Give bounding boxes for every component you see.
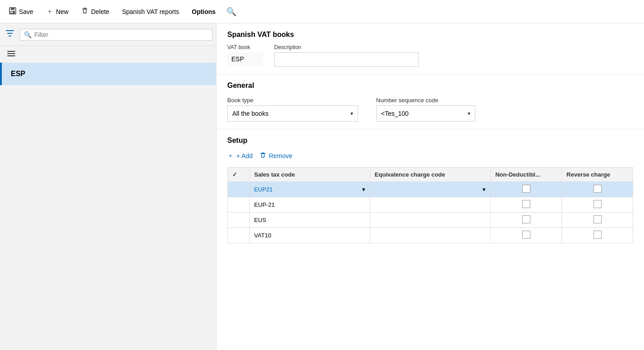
nonded-checkbox-2[interactable] — [522, 200, 530, 208]
table-row: VAT10 — [228, 228, 633, 243]
add-button[interactable]: ＋ + Add — [227, 150, 253, 162]
content-area: Spanish VAT books VAT book ESP Descripti… — [216, 23, 644, 350]
row-reverse-cell-2[interactable] — [562, 197, 633, 213]
row-reverse-cell-1[interactable] — [562, 182, 633, 197]
svg-rect-1 — [11, 8, 14, 10]
search-box-icon: 🔍 — [24, 31, 32, 38]
book-type-value: All the books — [232, 110, 268, 117]
setup-section: Setup ＋ + Add Remove — [216, 129, 644, 250]
setup-title: Setup — [227, 136, 633, 145]
header-section: Spanish VAT books VAT book ESP Descripti… — [216, 23, 644, 74]
row-tax-code-cell-3[interactable]: EUS — [249, 213, 370, 228]
vat-book-value: ESP — [227, 52, 263, 66]
num-seq-label: Number sequence code — [376, 97, 475, 104]
row-nonded-cell-1[interactable] — [491, 182, 562, 197]
row-nonded-cell-3[interactable] — [491, 213, 562, 228]
vat-book-row: VAT book ESP Description — [227, 44, 633, 67]
plus-icon: ＋ — [46, 7, 53, 16]
num-seq-field: Number sequence code <Tes_100 ▾ — [376, 97, 475, 122]
nonded-checkbox-3[interactable] — [522, 215, 530, 223]
add-label: + Add — [236, 152, 253, 159]
save-button[interactable]: Save — [4, 5, 39, 19]
main-layout: 🔍 ESP Spanish VAT books VAT book — [0, 23, 644, 350]
row-nonded-cell-2[interactable] — [491, 197, 562, 213]
equiv-chevron-1: ▾ — [483, 186, 486, 193]
remove-icon — [260, 152, 266, 160]
sidebar-list: ESP — [0, 63, 216, 350]
row-tax-code-cell-2[interactable]: EUP-21 — [249, 197, 370, 213]
sidebar-item-esp[interactable]: ESP — [0, 63, 216, 85]
general-title: General — [227, 82, 633, 90]
search-box: 🔍 — [20, 29, 212, 41]
col-tax-code: Sales tax code — [249, 168, 370, 182]
nonded-checkbox-1[interactable] — [522, 185, 530, 193]
delete-icon — [81, 7, 88, 16]
search-icon[interactable]: 🔍 — [226, 7, 236, 17]
svg-rect-3 — [11, 11, 13, 13]
sidebar-tools: 🔍 — [0, 23, 216, 46]
col-equiv: Equivalence charge code — [370, 168, 490, 182]
hamburger-button[interactable] — [4, 48, 19, 61]
row-reverse-cell-4[interactable] — [562, 228, 633, 243]
book-type-chevron: ▾ — [350, 110, 353, 117]
toolbar: Save ＋ New Delete Spanish VAT reports Op… — [0, 0, 644, 23]
row-tax-code-cell-4[interactable]: VAT10 — [249, 228, 370, 243]
vat-book-label: VAT book — [227, 44, 263, 50]
filter-input[interactable] — [34, 31, 208, 38]
row-check-cell-3 — [228, 213, 250, 228]
reverse-checkbox-3[interactable] — [593, 215, 602, 223]
remove-label: Remove — [269, 152, 292, 159]
row-nonded-cell-4[interactable] — [491, 228, 562, 243]
num-seq-value: <Tes_100 — [381, 110, 409, 117]
setup-actions: ＋ + Add Remove — [227, 150, 633, 162]
col-reverse: Reverse charge — [562, 168, 633, 182]
save-icon — [9, 7, 16, 16]
tax-code-chevron-1: ▾ — [362, 186, 365, 193]
remove-button[interactable]: Remove — [260, 150, 292, 162]
page-title: Spanish VAT books — [227, 31, 633, 39]
options-button[interactable]: Options — [186, 5, 221, 18]
col-check: ✓ — [228, 168, 250, 182]
row-equiv-cell-1[interactable]: ▾ — [370, 182, 490, 197]
reverse-checkbox-4[interactable] — [593, 231, 602, 239]
tax-code-value-1: EUP21 — [254, 186, 273, 193]
tax-code-dropdown-1[interactable]: EUP21 ▾ — [254, 186, 365, 193]
nonded-checkbox-4[interactable] — [522, 231, 530, 239]
description-label: Description — [274, 44, 419, 50]
row-tax-code-cell[interactable]: EUP21 ▾ — [249, 182, 370, 197]
table-row: EUP21 ▾ ▾ — [228, 182, 633, 197]
row-check-cell-2 — [228, 197, 250, 213]
general-fields-row: Book type All the books ▾ Number sequenc… — [227, 97, 633, 122]
num-seq-chevron: ▾ — [468, 110, 470, 117]
description-field: Description — [274, 44, 419, 67]
row-equiv-cell-4 — [370, 228, 490, 243]
new-button[interactable]: ＋ New — [41, 4, 74, 19]
sidebar-item-label: ESP — [11, 70, 25, 77]
row-equiv-cell-2 — [370, 197, 490, 213]
book-type-field: Book type All the books ▾ — [227, 97, 358, 122]
general-section: General Book type All the books ▾ Number… — [216, 74, 644, 129]
book-type-label: Book type — [227, 97, 358, 104]
spanish-vat-button[interactable]: Spanish VAT reports — [116, 5, 184, 18]
table-row: EUP-21 — [228, 197, 633, 213]
row-equiv-cell-3 — [370, 213, 490, 228]
setup-table: ✓ Sales tax code Equivalence charge code… — [227, 167, 633, 243]
delete-button[interactable]: Delete — [76, 5, 115, 19]
equiv-dropdown-1[interactable]: ▾ — [375, 186, 486, 193]
add-icon: ＋ — [227, 152, 234, 160]
sidebar: 🔍 ESP — [0, 23, 216, 350]
reverse-checkbox-2[interactable] — [593, 200, 602, 208]
book-type-dropdown[interactable]: All the books ▾ — [227, 105, 358, 122]
row-reverse-cell-3[interactable] — [562, 213, 633, 228]
vat-book-field: VAT book ESP — [227, 44, 263, 66]
row-check-cell — [228, 182, 250, 197]
row-check-cell-4 — [228, 228, 250, 243]
col-nonded: Non-Deductibl... — [491, 168, 562, 182]
reverse-checkbox-1[interactable] — [593, 185, 602, 193]
description-input[interactable] — [274, 52, 419, 67]
num-seq-dropdown[interactable]: <Tes_100 ▾ — [376, 105, 475, 122]
filter-button[interactable] — [4, 27, 16, 42]
table-row: EUS — [228, 213, 633, 228]
